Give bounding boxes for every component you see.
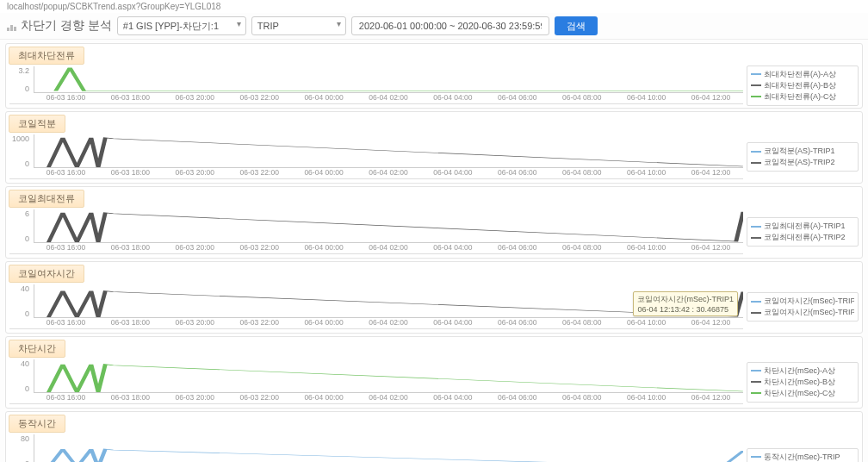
- chart-area[interactable]: 40006-03 16:0006-03 18:0006-03 20:0006-0…: [9, 284, 743, 329]
- legend-item: 코일적분(AS)-TRIP1: [751, 146, 854, 157]
- legend-label: 차단시간(mSec)-B상: [764, 377, 835, 388]
- x-axis: 06-03 16:0006-03 18:0006-03 20:0006-03 2…: [34, 243, 743, 253]
- legend-swatch: [751, 370, 761, 371]
- legend-swatch: [751, 226, 761, 228]
- legend-label: 코일최대전류(A)-TRIP2: [764, 232, 846, 243]
- chart-area[interactable]: 3.2006-03 16:0006-03 18:0006-03 20:0006-…: [9, 66, 743, 104]
- legend-swatch: [751, 151, 761, 153]
- panel-3: 코일여자시간40006-03 16:0006-03 18:0006-03 20:…: [5, 261, 863, 334]
- plot: [34, 134, 743, 168]
- panel-2: 코일최대전류6006-03 16:0006-03 18:0006-03 20:0…: [5, 186, 863, 259]
- panel-body: 6006-03 16:0006-03 18:0006-03 20:0006-03…: [6, 208, 862, 258]
- legend-item: 코일적분(AS)-TRIP2: [751, 157, 854, 168]
- legend-swatch: [751, 96, 761, 97]
- legend-label: 동작시간(mSec)-TRIP: [764, 452, 840, 463]
- panel-body: 40006-03 16:0006-03 18:0006-03 20:0006-0…: [6, 283, 862, 333]
- search-button[interactable]: 검색: [555, 16, 598, 35]
- legend: 동작시간(mSec)-TRIP: [747, 448, 859, 463]
- chart-icon: [7, 21, 17, 31]
- legend-swatch: [751, 162, 761, 164]
- plot: [34, 209, 743, 243]
- legend-swatch: [751, 312, 761, 314]
- legend-item: 최대차단전류(A)-A상: [751, 69, 854, 80]
- legend-label: 차단시간(mSec)-C상: [764, 388, 836, 399]
- chart-area[interactable]: 80006-03 16:0006-03 18:0006-03 20:0006-0…: [9, 434, 743, 462]
- plot: [34, 359, 743, 393]
- y-axis: 3.20: [9, 66, 32, 93]
- legend: 최대차단전류(A)-A상최대차단전류(A)-B상최대차단전류(A)-C상: [747, 66, 859, 106]
- legend: 코일여자시간(mSec)-TRIP1코일여자시간(mSec)-TRIP2: [747, 292, 859, 322]
- x-axis: 06-03 16:0006-03 18:0006-03 20:0006-03 2…: [34, 393, 743, 403]
- panel-title: 최대차단전류: [9, 47, 84, 65]
- legend-label: 코일적분(AS)-TRIP1: [764, 146, 835, 157]
- page-title: 차단기 경향 분석: [7, 18, 112, 34]
- legend-label: 코일적분(AS)-TRIP2: [764, 157, 835, 168]
- device-select[interactable]: #1 GIS [YPP]-차단기:1: [117, 16, 246, 35]
- chart-tooltip: 코일여자시간(mSec)-TRIP106-04 12:13:42 : 30.46…: [633, 291, 738, 316]
- y-axis: 400: [9, 284, 32, 318]
- url-bar: localhost/popup/SCBKTrend.aspx?GroupKey=…: [0, 0, 868, 13]
- url-text: localhost/popup/SCBKTrend.aspx?GroupKey=…: [7, 2, 220, 11]
- x-axis: 06-03 16:0006-03 18:0006-03 20:0006-03 2…: [34, 168, 743, 178]
- panel-title: 동작시간: [9, 415, 65, 433]
- legend-swatch: [751, 392, 761, 394]
- date-range-input[interactable]: [351, 16, 549, 35]
- legend-item: 차단시간(mSec)-A상: [751, 365, 854, 377]
- legend-item: 최대차단전류(A)-B상: [751, 80, 854, 91]
- panel-4: 차단시간40006-03 16:0006-03 18:0006-03 20:00…: [5, 336, 863, 409]
- legend-label: 코일여자시간(mSec)-TRIP1: [764, 296, 854, 307]
- panel-title: 코일적분: [9, 115, 65, 133]
- legend-label: 최대차단전류(A)-C상: [764, 91, 837, 103]
- chart-area[interactable]: 6006-03 16:0006-03 18:0006-03 20:0006-03…: [9, 209, 743, 254]
- y-axis: 800: [9, 434, 32, 462]
- y-axis: 10000: [9, 134, 32, 168]
- header-bar: 차단기 경향 분석 #1 GIS [YPP]-차단기:1 TRIP 검색: [0, 13, 868, 40]
- legend-label: 차단시간(mSec)-A상: [764, 365, 835, 377]
- legend-item: 코일최대전류(A)-TRIP2: [751, 232, 854, 243]
- x-axis: 06-03 16:0006-03 18:0006-03 20:0006-03 2…: [34, 93, 743, 103]
- legend-label: 코일최대전류(A)-TRIP1: [764, 221, 846, 232]
- chart-area[interactable]: 1000006-03 16:0006-03 18:0006-03 20:0006…: [9, 134, 743, 179]
- panel-body: 80006-03 16:0006-03 18:0006-03 20:0006-0…: [6, 433, 862, 462]
- plot: [34, 434, 743, 462]
- x-axis: 06-03 16:0006-03 18:0006-03 20:0006-03 2…: [34, 318, 743, 328]
- legend-swatch: [751, 84, 761, 86]
- panel-body: 3.2006-03 16:0006-03 18:0006-03 20:0006-…: [6, 65, 862, 108]
- panels-container: 최대차단전류3.2006-03 16:0006-03 18:0006-03 20…: [0, 40, 868, 462]
- type-select[interactable]: TRIP: [251, 16, 346, 35]
- panel-0: 최대차단전류3.2006-03 16:0006-03 18:0006-03 20…: [5, 43, 863, 109]
- legend: 코일적분(AS)-TRIP1코일적분(AS)-TRIP2: [747, 142, 859, 172]
- legend-swatch: [751, 301, 761, 303]
- panel-5: 동작시간80006-03 16:0006-03 18:0006-03 20:00…: [5, 411, 863, 462]
- panel-title: 코일최대전류: [9, 190, 84, 208]
- legend-swatch: [751, 237, 761, 239]
- legend-swatch: [751, 381, 761, 383]
- legend-item: 동작시간(mSec)-TRIP: [751, 452, 854, 463]
- legend-swatch: [751, 456, 761, 458]
- panel-body: 40006-03 16:0006-03 18:0006-03 20:0006-0…: [6, 358, 862, 408]
- panel-1: 코일적분1000006-03 16:0006-03 18:0006-03 20:…: [5, 111, 863, 184]
- legend-item: 차단시간(mSec)-C상: [751, 388, 854, 399]
- y-axis: 400: [9, 359, 32, 393]
- legend-item: 코일최대전류(A)-TRIP1: [751, 221, 854, 232]
- panel-title: 차단시간: [9, 340, 65, 358]
- legend-item: 코일여자시간(mSec)-TRIP1: [751, 296, 854, 307]
- y-axis: 60: [9, 209, 32, 243]
- plot: [34, 66, 743, 93]
- legend: 코일최대전류(A)-TRIP1코일최대전류(A)-TRIP2: [747, 217, 859, 247]
- legend-label: 코일여자시간(mSec)-TRIP2: [764, 307, 854, 318]
- device-select-wrap[interactable]: #1 GIS [YPP]-차단기:1: [117, 16, 246, 35]
- legend-item: 최대차단전류(A)-C상: [751, 91, 854, 103]
- legend: 차단시간(mSec)-A상차단시간(mSec)-B상차단시간(mSec)-C상: [747, 362, 859, 403]
- panel-body: 1000006-03 16:0006-03 18:0006-03 20:0006…: [6, 133, 862, 183]
- legend-item: 코일여자시간(mSec)-TRIP2: [751, 307, 854, 318]
- chart-area[interactable]: 40006-03 16:0006-03 18:0006-03 20:0006-0…: [9, 359, 743, 404]
- legend-item: 차단시간(mSec)-B상: [751, 377, 854, 388]
- type-select-wrap[interactable]: TRIP: [251, 16, 346, 35]
- legend-swatch: [751, 73, 761, 75]
- legend-label: 최대차단전류(A)-A상: [764, 69, 836, 80]
- panel-title: 코일여자시간: [9, 265, 84, 283]
- legend-label: 최대차단전류(A)-B상: [764, 80, 836, 91]
